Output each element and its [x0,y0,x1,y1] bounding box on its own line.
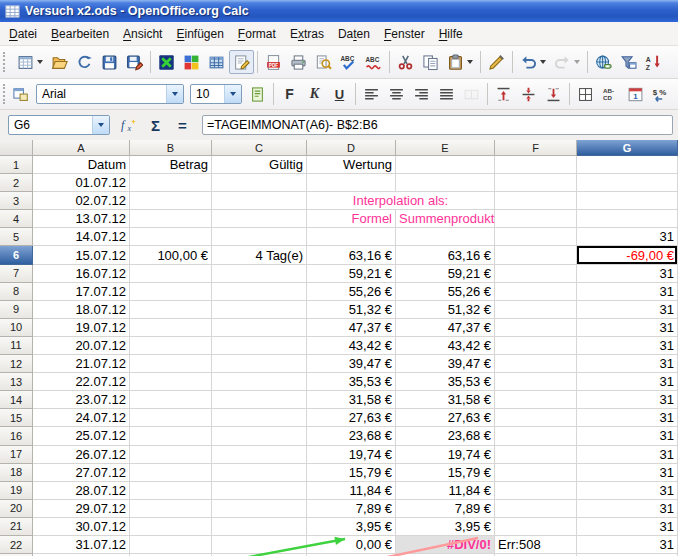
cell-A20[interactable]: 29.07.12 [33,500,130,518]
cell-G10[interactable]: 31 [577,319,678,337]
cell-G7[interactable]: 31 [577,265,678,283]
cell-D20[interactable]: 7,89 € [307,500,396,518]
cell-G14[interactable]: 31 [577,391,678,409]
cell-D14[interactable]: 31,58 € [307,391,396,409]
cell-G11[interactable]: 31 [577,337,678,355]
cell-C11[interactable] [212,337,307,355]
cell-C20[interactable] [212,500,307,518]
insert-table-button[interactable] [204,50,229,74]
row-header-8[interactable]: 8 [0,283,33,301]
cell-F11[interactable] [495,337,577,355]
sum-button[interactable]: Σ [143,113,168,137]
cell-G20[interactable]: 31 [577,500,678,518]
cell-C3[interactable] [212,192,307,210]
cell-G4[interactable] [577,210,678,228]
cell-C17[interactable] [212,446,307,464]
cell-E15[interactable]: 27,63 € [396,409,495,427]
cell-B7[interactable] [130,265,212,283]
align-left-button[interactable] [359,82,384,106]
column-header-C[interactable]: C [212,140,307,156]
row-header-21[interactable]: 21 [0,518,33,536]
cell-F3[interactable] [495,192,577,210]
cell-A18[interactable]: 27.07.12 [33,464,130,482]
bold-button[interactable]: F [277,82,302,106]
column-header-A[interactable]: A [33,140,130,156]
cell-G13[interactable]: 31 [577,373,678,391]
cell-A5[interactable]: 14.07.12 [33,228,130,246]
cell-G8[interactable]: 31 [577,283,678,301]
cell-G12[interactable]: 31 [577,355,678,373]
cell-E9[interactable]: 51,32 € [396,301,495,319]
cell-D22[interactable]: 0,00 € [307,536,396,554]
cell-C4[interactable] [212,210,307,228]
cell-F19[interactable] [495,482,577,500]
cell-E4[interactable]: Summenprodukt [396,210,495,228]
cell-A17[interactable]: 26.07.12 [33,446,130,464]
cell-D9[interactable]: 51,32 € [307,301,396,319]
page-preview-button[interactable] [311,50,336,74]
menu-ansicht[interactable]: Ansicht [116,24,169,44]
row-header-3[interactable]: 3 [0,192,33,210]
cell-E6[interactable]: 63,16 € [396,246,495,264]
row-header-14[interactable]: 14 [0,391,33,409]
cell-B17[interactable] [130,446,212,464]
row-header-20[interactable]: 20 [0,500,33,518]
cell-B4[interactable] [130,210,212,228]
cell-A21[interactable]: 30.07.12 [33,518,130,536]
cell-D19[interactable]: 11,84 € [307,482,396,500]
hyperlink-button[interactable] [591,50,616,74]
cell-C2[interactable] [212,174,307,192]
undo-button[interactable] [516,50,550,74]
cell-A12[interactable]: 21.07.12 [33,355,130,373]
cell-A9[interactable]: 18.07.12 [33,301,130,319]
cell-F17[interactable] [495,446,577,464]
toolbar-drag-handle[interactable] [3,52,10,72]
cell-G2[interactable] [577,174,678,192]
cell-D13[interactable]: 35,53 € [307,373,396,391]
align-justify-button[interactable] [434,82,459,106]
column-header-E[interactable]: E [396,140,495,156]
cell-C18[interactable] [212,464,307,482]
cell-F12[interactable] [495,355,577,373]
menu-extras[interactable]: Extras [283,24,331,44]
row-header-1[interactable]: 1 [0,156,33,174]
cell-B19[interactable] [130,482,212,500]
cell-F5[interactable] [495,228,577,246]
cell-F16[interactable] [495,427,577,445]
cell-F8[interactable] [495,283,577,301]
cell-F21[interactable] [495,518,577,536]
cell-D15[interactable]: 27,63 € [307,409,396,427]
cell-A2[interactable]: 01.07.12 [33,174,130,192]
cell-C13[interactable] [212,373,307,391]
cell-A3[interactable]: 02.07.12 [33,192,130,210]
cell-E21[interactable]: 3,95 € [396,518,495,536]
font-name-combo[interactable]: Arial [36,84,184,104]
cell-C7[interactable] [212,265,307,283]
cell-F9[interactable] [495,301,577,319]
cell-A15[interactable]: 24.07.12 [33,409,130,427]
cell-B16[interactable] [130,427,212,445]
autospellcheck-button[interactable]: ABC [361,50,386,74]
cell-E1[interactable] [396,156,495,174]
styles-button[interactable] [8,82,33,106]
cell-D8[interactable]: 55,26 € [307,283,396,301]
cell-B9[interactable] [130,301,212,319]
align-center-button[interactable] [384,82,409,106]
cell-A8[interactable]: 17.07.12 [33,283,130,301]
cell-G19[interactable]: 31 [577,482,678,500]
cell-E5[interactable] [396,228,495,246]
row-header-15[interactable]: 15 [0,409,33,427]
row-header-7[interactable]: 7 [0,265,33,283]
cell-A14[interactable]: 23.07.12 [33,391,130,409]
cell-G5[interactable]: 31 [577,228,678,246]
cell-E17[interactable]: 19,74 € [396,446,495,464]
cell-C14[interactable] [212,391,307,409]
italic-button[interactable]: K [302,82,327,106]
sort-ascending-button[interactable]: AZ [641,50,666,74]
menu-datei[interactable]: Datei [2,24,44,44]
menu-format[interactable]: Format [231,24,283,44]
select-all-corner[interactable] [0,140,33,156]
row-header-4[interactable]: 4 [0,210,33,228]
cell-B8[interactable] [130,283,212,301]
row-header-17[interactable]: 17 [0,446,33,464]
